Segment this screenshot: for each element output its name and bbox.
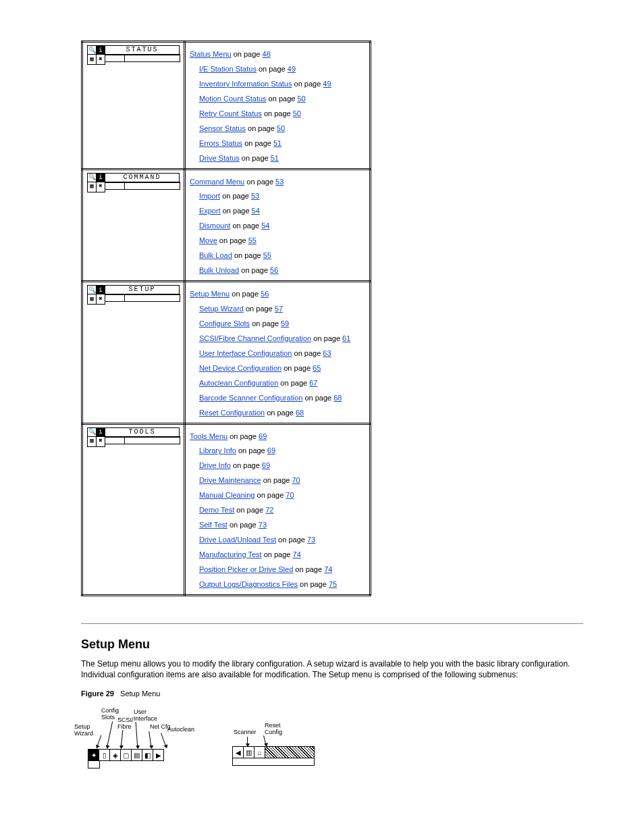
submenu-link[interactable]: Setup Wizard <box>199 305 244 313</box>
submenu-link[interactable]: Inventory Information Status <box>199 80 292 88</box>
label-setup-wizard: SetupWizard <box>74 723 93 737</box>
submenu-link[interactable]: Move <box>199 236 217 244</box>
grid-icon: ▦ <box>87 182 97 192</box>
menu-links-cell: Tools Menu on page 69Library Info on pag… <box>184 423 370 595</box>
submenu-link[interactable]: Errors Status <box>199 139 242 147</box>
setup-wizard-icon: ✦ <box>88 750 99 760</box>
menu-heading-link[interactable]: Setup Menu <box>190 290 230 298</box>
submenu-link[interactable]: Manufacturing Test <box>199 550 262 558</box>
page-link[interactable]: 68 <box>333 394 342 402</box>
submenu-item: Export on page 54 <box>199 206 365 217</box>
submenu-link[interactable]: Autoclean Configuration <box>199 379 278 387</box>
submenu-link[interactable]: SCSI/Fibre Channel Configuration <box>199 334 311 342</box>
iconbar-row-2: ◀ ▥ ⌂ <box>232 746 315 758</box>
submenu-link[interactable]: Self Test <box>199 521 227 529</box>
menu-links-cell: Command Menu on page 53Import on page 53… <box>184 169 370 282</box>
submenu-link[interactable]: Configure Slots <box>199 319 250 328</box>
section-heading: Setup Menu <box>81 637 583 652</box>
submenu-item: SCSI/Fibre Channel Configuration on page… <box>199 334 365 344</box>
reset-config-icon: ⌂ <box>254 747 265 758</box>
page-link[interactable]: 56 <box>270 266 278 274</box>
page-link[interactable]: 73 <box>259 521 267 529</box>
label-reset-config: ResetConfig <box>265 722 282 735</box>
page-link[interactable]: 67 <box>309 379 317 387</box>
user-interface-icon: ▢ <box>121 750 132 760</box>
page-link[interactable]: 68 <box>296 409 304 417</box>
submenu-link[interactable]: User Interface Configuration <box>199 349 292 357</box>
page-link[interactable]: 69 <box>267 446 275 454</box>
page-link[interactable]: 69 <box>259 432 267 440</box>
page-link[interactable]: 74 <box>324 565 332 573</box>
page-link[interactable]: 73 <box>307 536 315 544</box>
submenu-link[interactable]: Drive Maintenance <box>199 476 261 484</box>
scsi-fibre-icon: ◈ <box>110 750 121 760</box>
page-link[interactable]: 69 <box>262 461 270 469</box>
subbar-left <box>88 761 100 768</box>
submenu-link[interactable]: I/E Station Status <box>199 65 257 73</box>
menu-heading-link[interactable]: Command Menu <box>190 178 244 186</box>
page-link[interactable]: 57 <box>275 305 283 313</box>
submenu-link[interactable]: Retry Count Status <box>199 109 262 118</box>
page-link[interactable]: 53 <box>275 178 284 186</box>
submenu-item: Drive Info on page 69 <box>199 461 365 471</box>
page-link[interactable]: 74 <box>293 550 301 558</box>
page-link[interactable]: 61 <box>342 334 350 342</box>
page-link[interactable]: 48 <box>263 50 271 58</box>
submenu-link[interactable]: Bulk Load <box>199 251 232 259</box>
page-link[interactable]: 51 <box>273 139 281 147</box>
page-link[interactable]: 63 <box>323 349 331 357</box>
page-link[interactable]: 54 <box>261 221 269 230</box>
submenu-item: Self Test on page 73 <box>199 520 365 531</box>
submenu-item: Errors Status on page 51 <box>199 138 365 149</box>
page-link[interactable]: 50 <box>293 109 301 118</box>
submenu-link[interactable]: Output Logs/Diagnostics Files <box>199 580 298 588</box>
page-link[interactable]: 59 <box>281 319 289 328</box>
figure-label: Figure 29 Setup Menu <box>81 689 583 698</box>
submenu-link[interactable]: Library Info <box>199 446 236 454</box>
page-link[interactable]: 55 <box>263 251 271 259</box>
page-link[interactable]: 49 <box>323 80 331 88</box>
menu-heading-link[interactable]: Status Menu <box>190 50 232 58</box>
page-link[interactable]: 54 <box>252 207 260 215</box>
subbar-right <box>232 758 315 766</box>
submenu-item: Reset Configuration on page 68 <box>199 408 365 419</box>
submenu-link[interactable]: Demo Test <box>199 506 234 514</box>
page-link[interactable]: 49 <box>288 65 296 73</box>
submenu-link[interactable]: Bulk Unload <box>199 266 239 274</box>
menu-panel-cell: 🔍iSTATUS▦✖ <box>82 42 185 170</box>
submenu-link[interactable]: Manual Cleaning <box>199 491 255 499</box>
submenu-link[interactable]: Position Picker or Drive Sled <box>199 565 293 573</box>
menu-table: 🔍iSTATUS▦✖Status Menu on page 48I/E Stat… <box>81 41 371 596</box>
submenu-link[interactable]: Net Device Configuration <box>199 364 281 372</box>
page-link[interactable]: 55 <box>248 236 257 244</box>
page-link[interactable]: 53 <box>251 192 259 200</box>
submenu-link[interactable]: Reset Configuration <box>199 409 265 417</box>
label-config-slots: ConfigSlots <box>101 707 119 721</box>
grid-icon: ▦ <box>87 436 97 447</box>
page-link[interactable]: 70 <box>292 476 300 484</box>
mini-ocp-panel: 🔍iSETUP▦✖ <box>87 285 180 302</box>
page-link[interactable]: 50 <box>277 124 285 132</box>
submenu-link[interactable]: Dismount <box>199 221 230 230</box>
submenu-link[interactable]: Drive Info <box>199 461 231 469</box>
submenu-link[interactable]: Drive Load/Unload Test <box>199 536 276 544</box>
submenu-item: User Interface Configuration on page 63 <box>199 348 365 359</box>
section-body-text: The Setup menu allows you to modify the … <box>81 658 583 680</box>
page-link[interactable]: 50 <box>297 95 305 103</box>
tools-icon: ✖ <box>96 182 105 192</box>
menu-heading-link[interactable]: Tools Menu <box>190 432 227 440</box>
submenu-link[interactable]: Sensor Status <box>199 124 246 132</box>
submenu-link[interactable]: Barcode Scanner Configuration <box>199 394 302 402</box>
page-link[interactable]: 65 <box>313 364 321 372</box>
page-link[interactable]: 51 <box>271 154 279 162</box>
menu-links-cell: Setup Menu on page 56Setup Wizard on pag… <box>184 282 370 423</box>
page-link[interactable]: 72 <box>265 506 273 514</box>
submenu-link[interactable]: Import <box>199 192 220 200</box>
tools-icon: ✖ <box>96 54 105 65</box>
page-link[interactable]: 75 <box>329 580 337 588</box>
page-link[interactable]: 70 <box>286 491 294 499</box>
submenu-link[interactable]: Export <box>199 207 221 215</box>
submenu-link[interactable]: Motion Count Status <box>199 95 267 103</box>
page-link[interactable]: 56 <box>261 290 269 298</box>
submenu-link[interactable]: Drive Status <box>199 154 240 162</box>
